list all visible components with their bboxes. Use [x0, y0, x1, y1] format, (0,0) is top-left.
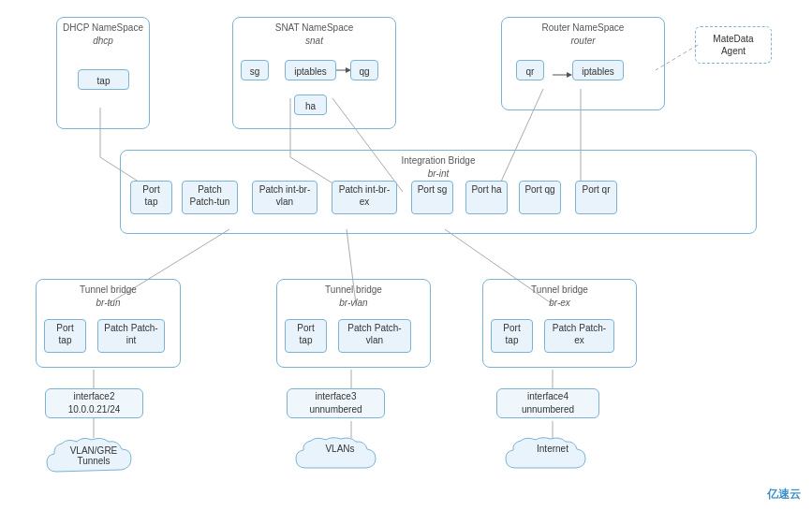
- vlan-bridge: Tunnel bridge br-vlan Port tap Patch Pat…: [276, 279, 431, 368]
- iface2-node: interface2 10.0.0.21/24: [45, 388, 143, 418]
- dhcp-namespace: DHCP NameSpace dhcp tap: [56, 17, 150, 129]
- tun-port-tap: Port tap: [44, 319, 86, 353]
- int-port-sg: Port sg: [411, 181, 453, 214]
- cloud-vlans: VLANs: [288, 436, 391, 474]
- iptables-snat-node: iptables: [285, 60, 336, 80]
- int-patch-tun: Patch Patch-tun: [182, 181, 238, 214]
- ex-bridge: Tunnel bridge br-ex Port tap Patch Patch…: [482, 279, 637, 368]
- vlan-bridge-sub: br-vlan: [281, 297, 426, 310]
- sg-node: sg: [241, 60, 269, 80]
- router-ns-label: Router NameSpace: [506, 22, 660, 35]
- qr-node: qr: [516, 60, 544, 80]
- metadata-agent: MateData Agent: [695, 26, 772, 64]
- int-port-qr: Port qr: [575, 181, 617, 214]
- diagram: DHCP NameSpace dhcp tap SNAT NameSpace s…: [0, 0, 812, 510]
- qg-node: qg: [350, 60, 378, 80]
- snat-ns-sub: snat: [237, 35, 391, 48]
- router-ns-sub: router: [506, 35, 660, 48]
- iface4-label: interface4 unnumbered: [522, 390, 574, 416]
- ex-bridge-sub: br-ex: [487, 297, 632, 310]
- int-port-tap: Port tap: [130, 181, 172, 214]
- router-namespace: Router NameSpace router qr iptables: [501, 17, 665, 110]
- cloud-vlans-label: VLANs: [288, 444, 391, 454]
- vlan-port-tap: Port tap: [285, 319, 327, 353]
- int-bridge-label: Integration Bridge: [125, 154, 752, 168]
- cloud-vgre: VLAN/GRE Tunnels: [37, 436, 150, 478]
- cloud-internet-label: Internet: [496, 444, 609, 454]
- ex-port-tap: Port tap: [491, 319, 533, 353]
- cloud-vgre-label: VLAN/GRE Tunnels: [37, 445, 150, 466]
- metadata-agent-label: MateData Agent: [713, 33, 753, 57]
- int-patch-vlan: Patch int-br-vlan: [252, 181, 317, 214]
- integration-bridge: Integration Bridge br-int Port tap Patch…: [120, 150, 757, 234]
- vlan-patch: Patch Patch-vlan: [338, 319, 411, 353]
- int-port-ha: Port ha: [465, 181, 508, 214]
- ex-patch: Patch Patch-ex: [544, 319, 614, 353]
- iface3-node: interface3 unnumbered: [287, 388, 385, 418]
- iface4-node: interface4 unnumbered: [496, 388, 599, 418]
- int-bridge-sub: br-int: [125, 168, 752, 181]
- iface3-label: interface3 unnumbered: [309, 390, 362, 416]
- dhcp-ns-sub: dhcp: [61, 35, 145, 48]
- int-port-qg: Port qg: [519, 181, 561, 214]
- iptables-router-node: iptables: [572, 60, 624, 80]
- snat-namespace: SNAT NameSpace snat sg iptables qg ha: [232, 17, 396, 129]
- tun-bridge: Tunnel bridge br-tun Port tap Patch Patc…: [36, 279, 181, 368]
- dhcp-ns-label: DHCP NameSpace: [61, 22, 145, 35]
- tap-node: tap: [78, 69, 129, 90]
- ha-node: ha: [294, 95, 327, 115]
- ex-bridge-label: Tunnel bridge: [487, 284, 632, 297]
- vlan-bridge-label: Tunnel bridge: [281, 284, 426, 297]
- tun-bridge-label: Tunnel bridge: [40, 284, 176, 297]
- tun-patch-int: Patch Patch-int: [97, 319, 165, 353]
- int-patch-ex: Patch int-br-ex: [332, 181, 397, 214]
- snat-ns-label: SNAT NameSpace: [237, 22, 391, 35]
- watermark: 亿速云: [767, 487, 801, 503]
- iface2-label: interface2 10.0.0.21/24: [68, 390, 121, 416]
- tun-bridge-sub: br-tun: [40, 297, 176, 310]
- cloud-internet: Internet: [496, 436, 609, 474]
